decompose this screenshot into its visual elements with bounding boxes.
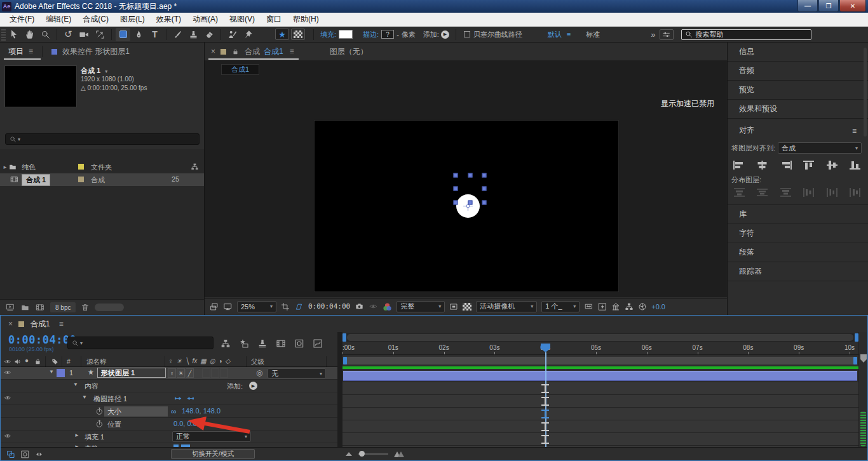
minimize-button[interactable]: — [797, 0, 818, 12]
contents-row[interactable]: ▼ 内容 添加: ▶ [1, 380, 337, 392]
layer-duration-bar[interactable] [343, 371, 857, 381]
close-tab-icon[interactable]: × [211, 47, 215, 56]
stopwatch-icon[interactable] [95, 420, 104, 428]
parent-pickwhip-icon[interactable]: ◎ [256, 368, 262, 377]
col-number[interactable]: # [67, 357, 71, 365]
toggle-switches-modes-button[interactable]: 切换开关/模式 [171, 449, 255, 459]
project-panel-menu-icon[interactable]: ≡ [29, 47, 33, 56]
collapsed-panel-header[interactable]: 库 [728, 205, 868, 224]
menu-item[interactable]: 窗口 [261, 13, 287, 26]
type-tool[interactable]: T [147, 28, 162, 41]
label-column-icon[interactable] [51, 358, 58, 365]
expand-icon[interactable]: ► [3, 164, 8, 170]
ellipse-path-row[interactable]: ▼ 椭圆路径 1 [1, 392, 337, 405]
menu-item[interactable]: 图层(L) [114, 13, 151, 26]
project-row-solids[interactable]: ► 纯色 文件夹 [0, 161, 204, 173]
fill-row[interactable]: ► 填充 1 正常▾ [1, 431, 337, 443]
workspace-standard[interactable]: 标准 [586, 30, 600, 39]
resolution-dropdown[interactable]: 完整▾ [397, 301, 445, 312]
edit-workspaces-icon[interactable] [660, 29, 674, 40]
timeline-vscrollbar[interactable] [860, 411, 866, 446]
view-layout-dropdown[interactable]: 1 个_▾ [541, 301, 580, 312]
comp-canvas[interactable] [314, 120, 619, 292]
col-source-name[interactable]: 源名称 [86, 357, 107, 366]
menu-item[interactable]: 效果(T) [151, 13, 187, 26]
label-color-swatch[interactable] [78, 177, 84, 182]
position-property-row[interactable]: 位置 0.0, 0.0 [1, 418, 337, 431]
eye-icon[interactable] [4, 432, 11, 439]
expand-icon[interactable]: ► [74, 432, 79, 438]
timeline-zoom-slider[interactable] [358, 453, 388, 455]
item-name[interactable]: 纯色 [22, 163, 36, 172]
show-snapshot-icon[interactable] [369, 302, 378, 311]
contents-label[interactable]: 内容 [85, 382, 98, 391]
timeline-hscrollbar[interactable] [342, 333, 858, 342]
stroke-width-value[interactable]: - [397, 30, 399, 38]
time-ruler[interactable]: :00s01s02s03s04s05s06s07s08s09s10s [342, 342, 858, 355]
collapse-icon[interactable]: ☀ [177, 357, 182, 364]
work-area-bar[interactable] [342, 356, 858, 365]
workspace-menu-icon[interactable]: ≡ [567, 30, 571, 38]
snapshot-icon[interactable] [355, 302, 364, 311]
tab-timeline-comp1[interactable]: 合成1 [31, 319, 50, 330]
quality-icon[interactable]: ╱ [186, 368, 194, 378]
3d-layer-icon[interactable]: ◇ [226, 357, 231, 364]
comp-breadcrumb[interactable]: 合成1 [221, 64, 259, 75]
blend-mode-dropdown[interactable]: 正常▾ [172, 431, 251, 442]
fx-icon[interactable]: fx [193, 357, 198, 364]
collapsed-panel-header[interactable]: 音频 [728, 62, 868, 81]
align-bottom-icon[interactable] [848, 160, 862, 170]
frame-blend-icon[interactable]: ▦ [200, 357, 206, 364]
fill-label[interactable]: 填充 1 [85, 432, 104, 442]
layer-row-shape-layer-1[interactable]: ▼ 1 ★ 形状图层 1 ♀☀╱ ◎ 无▾ [1, 367, 337, 380]
zoom-out-icon[interactable] [346, 452, 352, 456]
pan-behind-tool[interactable] [93, 28, 107, 41]
graph-editor-icon[interactable] [313, 338, 323, 349]
comp-panel-menu-icon[interactable]: ≡ [290, 47, 294, 56]
mask-path-visibility-icon[interactable] [294, 302, 304, 311]
collapsed-panel-header[interactable]: 段落 [728, 243, 868, 262]
tool-creates-shape-toggle[interactable]: ★ [275, 29, 289, 40]
dist-right-icon[interactable] [848, 187, 862, 197]
draft-3d-icon[interactable] [239, 338, 249, 349]
dist-bottom-icon[interactable] [779, 187, 792, 197]
adjustment-layer-icon[interactable]: ◑ [218, 357, 222, 364]
pixel-aspect-correction-icon[interactable] [584, 302, 593, 311]
right-panel-scrollbar[interactable] [864, 48, 867, 137]
collapsed-panel-header[interactable]: 效果和预设 [728, 100, 868, 119]
flowchart-icon[interactable] [191, 163, 199, 171]
tab-comp1[interactable]: 合成1 [264, 46, 283, 57]
comp-marker-button[interactable] [860, 354, 867, 363]
position-value[interactable]: 0.0, 0.0 [173, 420, 197, 427]
size-value[interactable]: 148.0, 148.0 [182, 407, 220, 415]
ellipse-path-label[interactable]: 椭圆路径 1 [93, 394, 127, 404]
camera-view-dropdown[interactable]: 活动摄像机▾ [476, 301, 537, 312]
pen-tool[interactable] [132, 28, 146, 41]
expand-icon[interactable]: ▼ [73, 382, 78, 387]
close-button[interactable]: ✕ [839, 0, 866, 12]
selection-handle[interactable] [468, 173, 472, 177]
comp-flowchart-icon[interactable] [625, 302, 634, 311]
eye-icon[interactable] [4, 358, 11, 365]
channels-icon[interactable] [383, 302, 392, 311]
clone-stamp-tool[interactable] [186, 28, 201, 41]
shy-icon[interactable]: ♀ [168, 368, 176, 378]
dist-vcenter-icon[interactable] [756, 187, 769, 197]
selection-handle[interactable] [482, 200, 487, 204]
align-panel-title[interactable]: 对齐 [739, 125, 754, 136]
bit-depth-button[interactable]: 8 bpc [50, 302, 76, 312]
zoom-in-icon[interactable] [394, 451, 404, 457]
puppet-pin-tool[interactable] [241, 28, 255, 41]
bezier-path-checkbox[interactable] [464, 31, 470, 37]
eye-icon[interactable] [4, 394, 11, 401]
align-to-dropdown[interactable]: 合成▾ [778, 142, 862, 154]
add-shape-button[interactable]: ▶ [441, 30, 449, 39]
motion-blur-icon[interactable]: ◎ [210, 357, 215, 364]
comp-thumbnail[interactable] [4, 65, 77, 107]
fast-previews-icon[interactable] [598, 302, 607, 311]
align-left-icon[interactable] [733, 160, 746, 170]
label-color-swatch[interactable] [78, 164, 84, 170]
eye-icon[interactable] [4, 369, 11, 376]
size-property-row[interactable]: 大小 ∞ 148.0, 148.0 [1, 405, 337, 418]
collapsed-panel-header[interactable]: 信息 [728, 43, 868, 62]
